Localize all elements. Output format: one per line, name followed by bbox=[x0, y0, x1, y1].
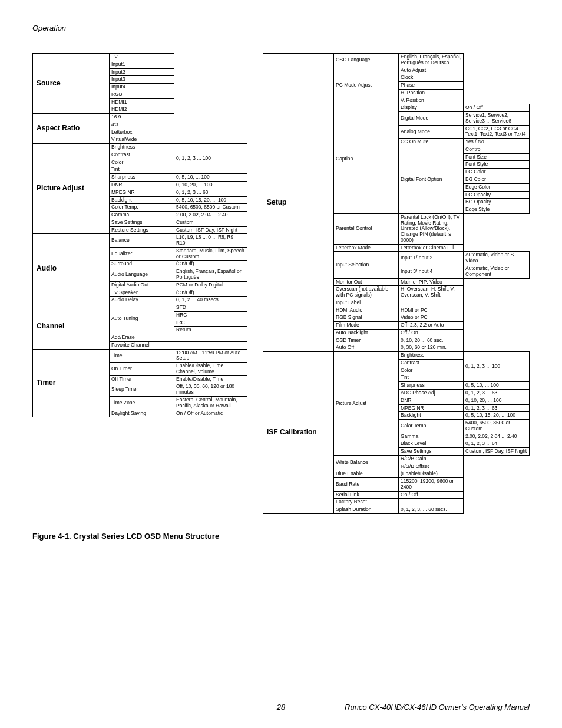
cell: ADC Phase Adj. bbox=[399, 389, 464, 397]
cell: VirtualWide bbox=[110, 136, 174, 144]
cell: Auto Backlight bbox=[334, 329, 399, 337]
cell: Custom, ISF Day, ISF Night bbox=[464, 448, 530, 456]
cell: On / Off bbox=[464, 104, 530, 112]
cell: Baud Rate bbox=[334, 478, 399, 492]
cell: Brightness bbox=[110, 144, 174, 151]
cell: Display bbox=[399, 104, 464, 112]
cell: Analog Mode bbox=[399, 125, 464, 139]
cell: Brightness bbox=[399, 352, 464, 360]
cell: MPEG NR bbox=[399, 404, 464, 412]
cell: Balance bbox=[110, 234, 174, 248]
cell: Return bbox=[174, 327, 247, 334]
cell: Contrast bbox=[399, 359, 464, 367]
cell: Equalizer bbox=[110, 247, 174, 261]
cell: Digital Audio Out bbox=[110, 281, 174, 289]
cell: Sleep Timer bbox=[110, 383, 174, 397]
cell: Yes / No bbox=[464, 139, 530, 146]
cell: Auto Tuning bbox=[110, 304, 174, 334]
cell: Parental Control bbox=[334, 213, 399, 244]
cell: (On/Off) bbox=[174, 261, 247, 268]
cell bbox=[174, 334, 247, 342]
cell: Letterbox bbox=[110, 129, 174, 136]
cell: Surround bbox=[110, 261, 174, 268]
cell: 5400, 6500, 8500 or Custom bbox=[464, 420, 530, 433]
cell: Input 1/Input 2 bbox=[399, 252, 464, 265]
cell: Sharpness bbox=[399, 382, 464, 390]
header-rule bbox=[32, 35, 530, 35]
cell: 16:9 bbox=[110, 114, 174, 121]
cell: Letterbox or Cinema Fill bbox=[399, 244, 464, 252]
cell: Audio Delay bbox=[110, 297, 174, 304]
cell: Font Style bbox=[464, 161, 530, 169]
cell: HDMI1 bbox=[110, 98, 174, 106]
cell: Automatic, Video or Component bbox=[464, 265, 530, 278]
cell: IRC bbox=[174, 319, 247, 327]
cell: Save Settings bbox=[399, 448, 464, 456]
cell: Standard, Music, Film, Speech or Custom bbox=[174, 247, 247, 261]
cell: Blue Enable bbox=[334, 470, 399, 478]
cell: Daylight Saving bbox=[110, 410, 174, 417]
cell: 0, 1, 2, 3, ... 60 secs. bbox=[399, 506, 464, 514]
cell: Off / On bbox=[399, 329, 464, 337]
page-header: Operation bbox=[32, 24, 530, 32]
cell: (On/Off) bbox=[174, 289, 247, 297]
cell: Color bbox=[110, 159, 174, 166]
cell: 0, 1, 2 ... 40 msecs. bbox=[174, 297, 247, 304]
cell: Backlight bbox=[110, 196, 174, 204]
cell: Caption bbox=[334, 104, 399, 213]
cell: Color Temp. bbox=[110, 204, 174, 212]
footer: 28 Runco CX-40HD/CX-46HD Owner's Operati… bbox=[32, 703, 530, 711]
right-table: Setup OSD Language English, Français, Es… bbox=[263, 53, 530, 514]
cell: Color bbox=[399, 367, 464, 374]
cell: Custom bbox=[174, 219, 247, 226]
cell: Video or PC bbox=[399, 314, 464, 322]
cell: Add/Erase bbox=[110, 334, 174, 342]
cell: 115200, 19200, 9600 or 2400 bbox=[399, 478, 464, 492]
cell: TV bbox=[110, 54, 174, 61]
cell: 0, 10, 20, ... 100 bbox=[464, 397, 530, 404]
cell: Letterbox Mode bbox=[334, 244, 399, 252]
cell: TV Speaker bbox=[110, 289, 174, 297]
cell: Digital Mode bbox=[399, 112, 464, 126]
cell: Enable/Disable, Time, Channel, Volume bbox=[174, 363, 247, 376]
cell: English, Français, Español or Português bbox=[174, 268, 247, 282]
cell: 0, 1, 2, 3 ... 100 bbox=[174, 144, 247, 174]
cell: PCM or Dolby Digital bbox=[174, 281, 247, 289]
footer-page: 28 bbox=[277, 703, 285, 711]
cell: 0, 5, 10, ... 100 bbox=[174, 174, 247, 182]
cell: Factory Reset bbox=[334, 499, 399, 506]
cell: Gamma bbox=[110, 212, 174, 219]
cell: Phase bbox=[399, 82, 464, 90]
cell: On Timer bbox=[110, 363, 174, 376]
cell: PC Mode Adjust bbox=[334, 67, 399, 104]
cell: RGB Signal bbox=[334, 314, 399, 322]
cell: HDMI or PC bbox=[399, 307, 464, 314]
cell: HDMI2 bbox=[110, 106, 174, 114]
cell: Tint bbox=[399, 374, 464, 382]
left-column: Source TV Input1 Input2 Input3 Input4 RG… bbox=[32, 53, 247, 417]
cell: R/G/B Gain bbox=[399, 455, 464, 463]
cell: Auto Adjust bbox=[399, 67, 464, 74]
cell: Serial Link bbox=[334, 491, 399, 499]
figure-caption: Figure 4-1. Crystal Series LCD OSD Menu … bbox=[32, 532, 530, 541]
cell: L10, L9, L8 ... 0 ... R8, R9, R10 bbox=[174, 234, 247, 248]
cell: CC On Mute bbox=[399, 139, 464, 146]
cell: 0, 1, 2, 3 ... 64 bbox=[464, 440, 530, 448]
cell: Splash Duration bbox=[334, 506, 399, 514]
cell: Eastern, Central, Mountain, Pacific, Ala… bbox=[174, 396, 247, 410]
cell: Service1, Service2, Service3 ... Service… bbox=[464, 112, 530, 126]
cell: 0, 1, 2, 3 ... 63 bbox=[464, 389, 530, 397]
cell: Overscan (not available with PC signals) bbox=[334, 286, 399, 299]
cell: HRC bbox=[174, 311, 247, 319]
cell: Sharpness bbox=[110, 174, 174, 182]
cell: White Balance bbox=[334, 455, 399, 470]
cell: Contrast bbox=[110, 151, 174, 159]
content-columns: Source TV Input1 Input2 Input3 Input4 RG… bbox=[32, 53, 530, 514]
cell: H. Overscan, H. Shift, V. Overscan, V. S… bbox=[399, 286, 464, 299]
cell: 0, 30, 60 or 120 min. bbox=[399, 344, 464, 352]
cell: Auto Off bbox=[334, 344, 399, 352]
cell: Color Temp. bbox=[399, 420, 464, 433]
section-picture-adjust: Picture Adjust bbox=[33, 144, 110, 234]
footer-right: Runco CX-40HD/CX-46HD Owner's Operating … bbox=[345, 703, 530, 711]
section-timer: Timer bbox=[33, 349, 110, 417]
